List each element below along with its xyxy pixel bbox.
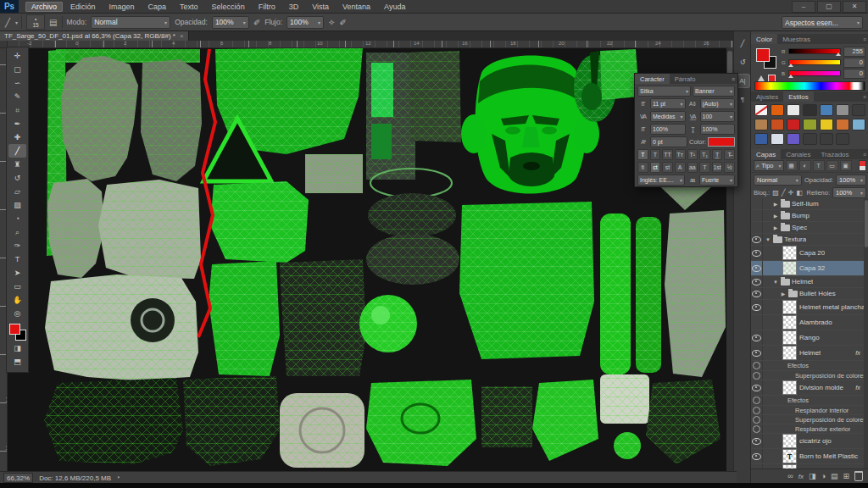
layer-row-helmet[interactable]: Helmetfx	[751, 346, 864, 361]
healing-brush-tool[interactable]: ✚	[8, 130, 26, 144]
layer-group-textura[interactable]: ▼Textura	[751, 234, 864, 246]
opentype-button-3[interactable]: A	[675, 162, 686, 173]
font-size-select[interactable]: 11 pt ▾	[650, 98, 686, 109]
dodge-tool[interactable]: ⌕	[8, 225, 26, 239]
layer-row-superposicion-de-colores[interactable]: Superposición de colores	[751, 415, 864, 424]
crop-tool[interactable]: ⌗	[8, 103, 26, 117]
brush-size-preview[interactable]: • 15	[26, 14, 45, 30]
menu-ventana[interactable]: Ventana	[337, 2, 376, 12]
panel-menu-icon[interactable]: ≡	[863, 36, 868, 42]
pressure-opacity-icon[interactable]: ✐	[253, 18, 260, 27]
tab-channels[interactable]: Canales	[781, 149, 815, 159]
panel-menu-icon[interactable]: ≡	[863, 152, 868, 158]
layer-row-resplandor-exterior[interactable]: Resplandor exterior	[751, 424, 864, 434]
style-swatch-1[interactable]	[771, 104, 784, 116]
flow-select[interactable]: 100% ▾	[287, 16, 324, 29]
opentype-button-2[interactable]: st	[662, 162, 673, 173]
document-tab[interactable]: TF_Sarge_50_DF_01.psd al 66,3% (Capa 32,…	[0, 31, 189, 41]
visibility-toggle[interactable]	[751, 434, 763, 448]
slider-value[interactable]: 255	[843, 47, 865, 57]
layer-row-rango[interactable]: Rango	[751, 330, 864, 346]
format-button-7[interactable]: T̶	[724, 149, 735, 160]
filter-smart-objects-icon[interactable]: ▣	[840, 160, 852, 171]
marquee-tool[interactable]: ▢	[8, 63, 26, 76]
screen-mode-icon[interactable]: ⬒	[8, 355, 26, 369]
kerning-select[interactable]: Medidas ▾	[650, 111, 686, 122]
tab-character[interactable]: Carácter	[635, 74, 670, 84]
antialias-select[interactable]: Fuerte ▾	[699, 175, 735, 186]
quick-selection-tool[interactable]: ✎	[8, 90, 26, 103]
blend-mode-select[interactable]: Normal ▾	[91, 16, 170, 29]
layer-thumbnail[interactable]	[782, 261, 797, 275]
visibility-toggle[interactable]	[751, 300, 763, 314]
visibility-toggle[interactable]	[751, 246, 763, 260]
style-swatch-18[interactable]	[820, 133, 833, 145]
eraser-tool[interactable]: ▱	[8, 185, 26, 198]
fx-badge[interactable]: fx	[855, 349, 864, 357]
menu-capa[interactable]: Capa	[142, 2, 173, 12]
style-swatch-11[interactable]	[820, 119, 833, 130]
layer-row-efectos[interactable]: Efectos	[751, 396, 864, 406]
gradient-tool[interactable]: ▨	[8, 198, 26, 212]
layer-row-capa-20[interactable]: Capa 20	[751, 246, 864, 261]
visibility-toggle[interactable]	[751, 261, 763, 275]
format-button-1[interactable]: T	[650, 149, 661, 160]
brush-tool[interactable]: ╱	[8, 144, 26, 158]
layer-thumbnail[interactable]	[782, 346, 797, 360]
layer-thumbnail[interactable]	[782, 434, 797, 448]
minimize-button[interactable]: –	[792, 1, 815, 13]
restore-button[interactable]: ▢	[817, 1, 841, 13]
visibility-toggle[interactable]	[751, 396, 763, 405]
close-button[interactable]: ✕	[843, 1, 866, 13]
opentype-button-4[interactable]: aa	[687, 162, 698, 173]
slider-track[interactable]	[788, 59, 841, 65]
layer-row-born-to-melt-plastic[interactable]: TBorn to Melt Plastic	[751, 449, 864, 464]
style-swatch-3[interactable]	[803, 104, 816, 116]
filter-type-layers-icon[interactable]: T	[813, 160, 825, 171]
layer-row-cicatriz-ojo[interactable]: cicatriz ojo	[751, 434, 864, 449]
toggle-brush-panel-icon[interactable]: ▤	[49, 18, 57, 27]
layer-row-superposicion-de-colores[interactable]: Superposición de colores	[751, 371, 864, 380]
visibility-toggle[interactable]	[751, 330, 763, 345]
expand-arrow-icon[interactable]: ▶	[772, 213, 779, 219]
link-layers-icon[interactable]: ∞	[787, 472, 793, 480]
foreground-background-swatches[interactable]	[756, 48, 778, 70]
zoom-tool[interactable]: ◎	[8, 307, 26, 320]
color-slider-b[interactable]: B0	[782, 68, 865, 79]
layer-thumbnail[interactable]	[782, 330, 797, 345]
slider-track[interactable]	[788, 48, 841, 54]
style-swatch-15[interactable]	[771, 133, 784, 145]
menu-3d[interactable]: 3D	[283, 2, 305, 12]
airbrush-icon[interactable]: ✧	[328, 18, 335, 27]
foreground-color-swatch[interactable]	[9, 324, 20, 335]
hand-tool[interactable]: ✋	[8, 293, 26, 307]
add-mask-icon[interactable]: ◨	[809, 472, 816, 480]
zoom-level-field[interactable]: 66,32%	[3, 473, 33, 483]
filter-adjustment-layers-icon[interactable]: ◐	[799, 160, 811, 171]
tab-paragraph[interactable]: Párrafo	[670, 74, 701, 84]
format-button-6[interactable]: T̲	[712, 149, 723, 160]
language-select[interactable]: Inglés: EE.... ▾	[637, 175, 685, 186]
layer-row-helmet-metal-plancha-c-[interactable]: Helmet metal plancha c...	[751, 300, 864, 315]
tab-color[interactable]: Color	[751, 34, 777, 44]
pressure-size-icon[interactable]: ✐	[339, 18, 346, 27]
opentype-button-0[interactable]: fi	[637, 162, 648, 173]
visibility-toggle[interactable]	[751, 406, 763, 414]
font-family-select[interactable]: Sitka ▾	[637, 86, 691, 97]
clone-stamp-tool[interactable]: ♜	[8, 158, 26, 171]
new-layer-icon[interactable]: ⊞	[843, 472, 849, 480]
type-tool[interactable]: T	[8, 252, 26, 266]
visibility-toggle[interactable]	[751, 210, 763, 221]
shape-tool[interactable]: ▭	[8, 280, 26, 293]
tab-layers[interactable]: Capas	[751, 149, 781, 159]
visibility-toggle[interactable]	[751, 371, 763, 380]
delete-layer-icon[interactable]	[854, 471, 863, 481]
layers-scrollbar[interactable]	[864, 198, 868, 469]
format-button-5[interactable]: T₁	[699, 149, 710, 160]
vertical-scale-field[interactable]: 100%	[650, 124, 686, 135]
menu-archivo[interactable]: Archivo	[25, 2, 63, 12]
new-group-icon[interactable]: ▤	[831, 472, 838, 480]
tab-adjustments[interactable]: Ajustes	[751, 92, 783, 102]
layer-thumbnail[interactable]	[782, 246, 797, 260]
brush-preset-picker[interactable]: ╱ ▾	[5, 15, 22, 29]
